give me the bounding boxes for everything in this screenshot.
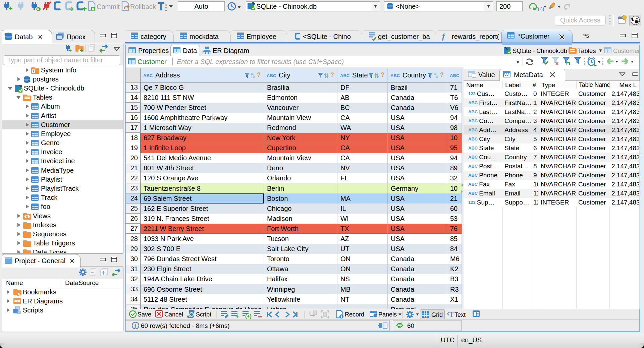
svg-text:Record: Record <box>345 311 364 318</box>
svg-text:<>: <> <box>176 51 180 55</box>
svg-text:Save: Save <box>138 311 151 318</box>
svg-text:Rollback: Rollback <box>130 3 156 10</box>
svg-text:Script: Script <box>196 311 211 318</box>
svg-text:Cancel: Cancel <box>164 311 183 318</box>
svg-text:⟳: ⟳ <box>36 6 42 13</box>
svg-text:+: + <box>9 5 13 12</box>
svg-text:+: + <box>80 48 83 53</box>
svg-text:(+): (+) <box>245 313 252 319</box>
svg-text:((·)): ((·)) <box>536 6 544 11</box>
svg-text:+: + <box>68 47 72 54</box>
svg-text:T: T <box>449 311 453 318</box>
svg-text:Panels: Panels <box>378 311 397 318</box>
svg-text:+: + <box>235 313 239 319</box>
svg-text:i: i <box>135 323 136 329</box>
svg-text:Commit: Commit <box>97 3 120 10</box>
svg-text:i: i <box>341 315 342 319</box>
